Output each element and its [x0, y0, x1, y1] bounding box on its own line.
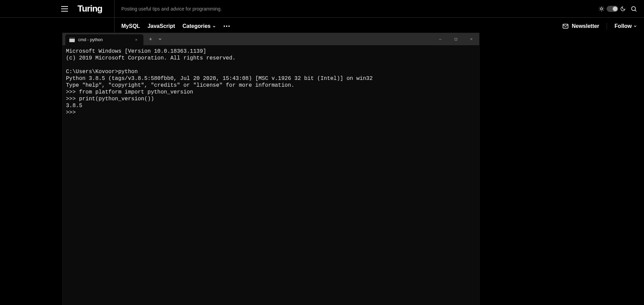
terminal-body[interactable]: Microsoft Windows [Version 10.0.18363.11…: [63, 45, 479, 305]
site-tagline: Posting useful tips and advice for progr…: [121, 6, 222, 12]
follow-label: Follow: [614, 23, 632, 29]
site-navbar: MySQL JavaScript Categories Newsletter F…: [0, 18, 644, 35]
more-icon[interactable]: [224, 26, 230, 27]
sun-icon: [598, 6, 605, 12]
menu-icon[interactable]: [61, 6, 68, 12]
terminal-tab-title: cmd - python: [78, 37, 130, 42]
nav-link-javascript[interactable]: JavaScript: [147, 23, 175, 29]
newsletter-link[interactable]: Newsletter: [562, 23, 607, 30]
site-left: Turing: [0, 0, 115, 17]
newsletter-label: Newsletter: [572, 23, 599, 29]
svg-point-0: [601, 8, 603, 10]
nav-links: MySQL JavaScript Categories: [121, 23, 230, 29]
tab-close-icon[interactable]: [133, 36, 139, 43]
new-tab-icon[interactable]: [148, 37, 153, 41]
nav-link-categories[interactable]: Categories: [182, 23, 216, 29]
terminal-titlebar: cmd - python: [63, 33, 479, 45]
nav-link-mysql[interactable]: MySQL: [121, 23, 140, 29]
nav-spacer: [0, 18, 115, 35]
cmd-icon: [69, 37, 75, 42]
close-button[interactable]: [464, 33, 479, 45]
theme-toggle[interactable]: [598, 6, 626, 12]
tab-actions: [143, 37, 162, 41]
top-actions: [598, 5, 637, 12]
follow-link[interactable]: Follow: [607, 23, 637, 29]
titlebar-left: cmd - python: [63, 33, 162, 45]
site-right: Posting useful tips and advice for progr…: [115, 0, 644, 17]
window-controls: [432, 33, 479, 45]
chevron-down-icon: [633, 24, 637, 28]
chevron-down-icon: [212, 24, 216, 29]
maximize-button[interactable]: [448, 33, 464, 45]
moon-icon: [620, 6, 626, 12]
nav-right: Newsletter Follow: [562, 23, 637, 30]
svg-rect-3: [455, 38, 457, 40]
nav-link-categories-label: Categories: [182, 23, 211, 29]
site-topbar: Turing Posting useful tips and advice fo…: [0, 0, 644, 18]
terminal-window: cmd - python: [63, 33, 479, 305]
minimize-button[interactable]: [432, 33, 448, 45]
mail-icon: [562, 23, 569, 30]
nav-main: MySQL JavaScript Categories Newsletter F…: [115, 18, 644, 35]
tab-dropdown-icon[interactable]: [158, 37, 162, 41]
terminal-tab[interactable]: cmd - python: [65, 34, 143, 45]
theme-toggle-track[interactable]: [607, 6, 618, 12]
search-icon[interactable]: [630, 5, 637, 12]
site-logo[interactable]: Turing: [77, 3, 102, 14]
svg-point-1: [631, 6, 636, 11]
